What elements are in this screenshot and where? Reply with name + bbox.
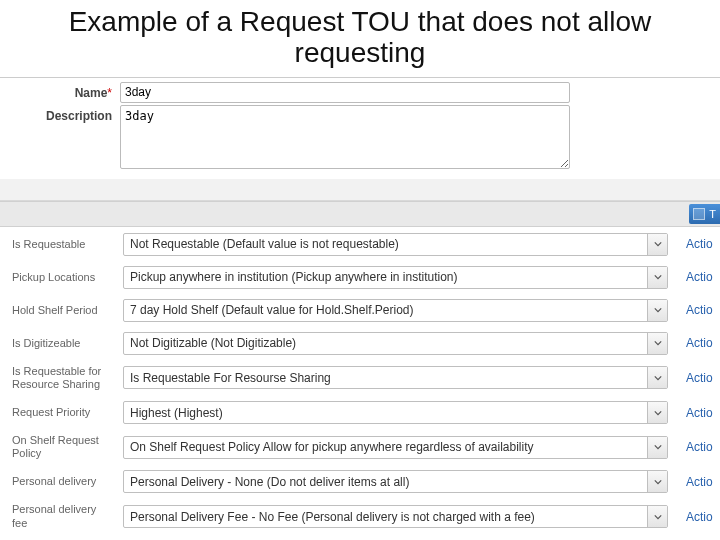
toolbar-button-label: T bbox=[709, 208, 716, 220]
rule-label: Request Priority bbox=[2, 397, 117, 428]
table-row: On Shelf Request Policy On Shelf Request… bbox=[2, 430, 718, 464]
rule-label: Personal delivery bbox=[2, 466, 117, 497]
section-spacer-1 bbox=[0, 179, 720, 201]
toolbar-icon bbox=[693, 208, 705, 220]
rule-select-value: 7 day Hold Shelf (Default value for Hold… bbox=[124, 303, 647, 317]
action-link[interactable]: Actio bbox=[686, 237, 713, 251]
action-link[interactable]: Actio bbox=[686, 270, 713, 284]
action-link[interactable]: Actio bbox=[686, 336, 713, 350]
rule-label: Personal delivery fee bbox=[2, 499, 117, 533]
rule-select-value: On Shelf Request Policy Allow for pickup… bbox=[124, 440, 647, 454]
action-link[interactable]: Actio bbox=[686, 406, 713, 420]
rule-select[interactable]: Is Requestable For Resourse Sharing bbox=[123, 366, 668, 389]
table-row: Request Priority Highest (Highest) Actio bbox=[2, 397, 718, 428]
rule-select-value: Personal Delivery - None (Do not deliver… bbox=[124, 475, 647, 489]
rule-label: On Shelf Request Policy bbox=[2, 430, 117, 464]
action-link[interactable]: Actio bbox=[686, 510, 713, 524]
rule-select[interactable]: Personal Delivery Fee - No Fee (Personal… bbox=[123, 505, 668, 528]
rule-select-value: Pickup anywhere in institution (Pickup a… bbox=[124, 270, 647, 284]
rule-label: Is Requestable for Resource Sharing bbox=[2, 361, 117, 395]
table-row: Pickup Locations Pickup anywhere in inst… bbox=[2, 262, 718, 293]
rule-label: Is Requestable bbox=[2, 229, 117, 260]
rule-select[interactable]: Highest (Highest) bbox=[123, 401, 668, 424]
rule-select[interactable]: On Shelf Request Policy Allow for pickup… bbox=[123, 436, 668, 459]
table-row: Personal delivery Personal Delivery - No… bbox=[2, 466, 718, 497]
rule-select[interactable]: Not Requestable (Default value is not re… bbox=[123, 233, 668, 256]
action-link[interactable]: Actio bbox=[686, 440, 713, 454]
rules-toolbar: T bbox=[0, 201, 720, 227]
action-link[interactable]: Actio bbox=[686, 303, 713, 317]
slide-title: Example of a Request TOU that does not a… bbox=[0, 0, 720, 71]
action-link[interactable]: Actio bbox=[686, 371, 713, 385]
rule-select[interactable]: Pickup anywhere in institution (Pickup a… bbox=[123, 266, 668, 289]
description-label: Description bbox=[10, 105, 120, 123]
table-row: Is Requestable Not Requestable (Default … bbox=[2, 229, 718, 260]
rule-select-value: Not Digitizable (Not Digitizable) bbox=[124, 336, 647, 350]
chevron-down-icon[interactable] bbox=[647, 333, 667, 354]
chevron-down-icon[interactable] bbox=[647, 437, 667, 458]
chevron-down-icon[interactable] bbox=[647, 367, 667, 388]
rule-select-value: Highest (Highest) bbox=[124, 406, 647, 420]
chevron-down-icon[interactable] bbox=[647, 402, 667, 423]
rules-table: Is Requestable Not Requestable (Default … bbox=[0, 227, 720, 536]
rule-select[interactable]: Personal Delivery - None (Do not deliver… bbox=[123, 470, 668, 493]
rule-label: Pickup Locations bbox=[2, 262, 117, 293]
description-input[interactable] bbox=[120, 105, 570, 169]
rule-select-value: Is Requestable For Resourse Sharing bbox=[124, 371, 647, 385]
name-input[interactable] bbox=[120, 82, 570, 103]
chevron-down-icon[interactable] bbox=[647, 234, 667, 255]
table-row: Is Digitizeable Not Digitizable (Not Dig… bbox=[2, 328, 718, 359]
rule-select[interactable]: 7 day Hold Shelf (Default value for Hold… bbox=[123, 299, 668, 322]
rule-select[interactable]: Not Digitizable (Not Digitizable) bbox=[123, 332, 668, 355]
rule-label: Is Digitizeable bbox=[2, 328, 117, 359]
rule-label: Hold Shelf Period bbox=[2, 295, 117, 326]
chevron-down-icon[interactable] bbox=[647, 471, 667, 492]
rule-select-value: Personal Delivery Fee - No Fee (Personal… bbox=[124, 510, 647, 524]
name-label: Name* bbox=[10, 82, 120, 100]
form-panel: Name* Description T Is Requestable Not R… bbox=[0, 77, 720, 536]
chevron-down-icon[interactable] bbox=[647, 506, 667, 527]
table-row: Personal delivery fee Personal Delivery … bbox=[2, 499, 718, 533]
rule-select-value: Not Requestable (Default value is not re… bbox=[124, 237, 647, 251]
top-fields: Name* Description bbox=[0, 78, 720, 179]
table-row: Is Requestable for Resource Sharing Is R… bbox=[2, 361, 718, 395]
chevron-down-icon[interactable] bbox=[647, 267, 667, 288]
toolbar-button[interactable]: T bbox=[689, 204, 720, 224]
action-link[interactable]: Actio bbox=[686, 475, 713, 489]
table-row: Hold Shelf Period 7 day Hold Shelf (Defa… bbox=[2, 295, 718, 326]
chevron-down-icon[interactable] bbox=[647, 300, 667, 321]
